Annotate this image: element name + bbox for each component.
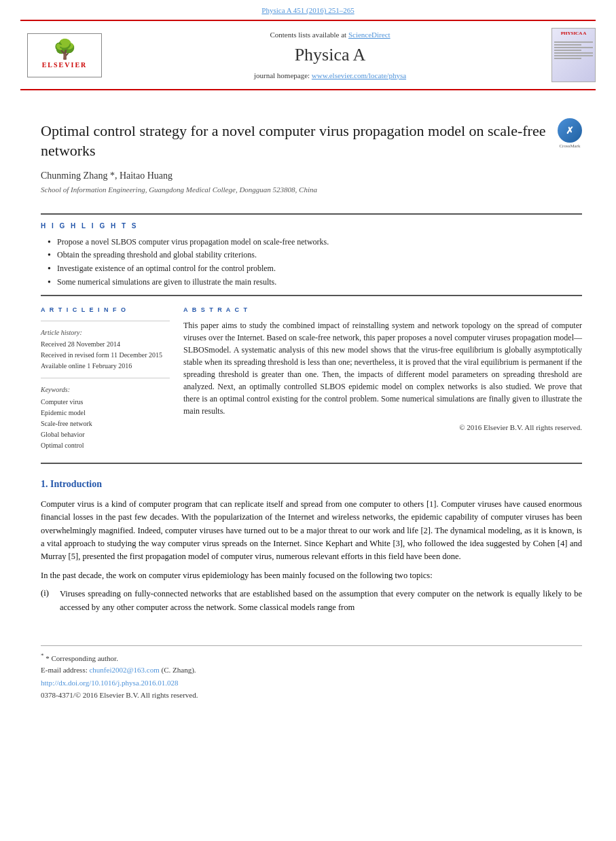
footer: * * Corresponding author. E-mail address… [41, 645, 582, 700]
journal-link[interactable]: Physica A 451 (2016) 251–265 [0, 0, 616, 20]
article-info-label: A R T I C L E I N F O [41, 306, 170, 315]
intro-paragraph-1: Computer virus is a kind of computer pro… [41, 498, 582, 564]
thumb-line-4 [554, 50, 581, 51]
intro-item-i: (i) Viruses spreading on fully-connected… [41, 588, 582, 614]
highlight-item-2: Obtain the spreading threshold and globa… [48, 249, 582, 261]
email-link[interactable]: chunfei2002@163.com [89, 666, 159, 674]
sciencedirect-link[interactable]: ScienceDirect [348, 31, 391, 39]
thumb-line-6 [554, 55, 593, 56]
highlight-item-3: Investigate existence of an optimal cont… [48, 263, 582, 274]
item-i-number: (i) [41, 588, 54, 614]
header-center: Contents lists available at ScienceDirec… [109, 30, 551, 81]
affiliation: School of Information Engineering, Guang… [41, 185, 551, 195]
journal-thumbnail: PHYSICA A [551, 28, 596, 82]
keyword-5: Optimal control [41, 441, 170, 450]
page: Physica A 451 (2016) 251–265 🌳 ELSEVIER … [0, 0, 616, 841]
doi-link[interactable]: http://dx.doi.org/10.1016/j.physa.2016.0… [41, 678, 582, 688]
elsevier-logo: 🌳 ELSEVIER [20, 33, 109, 77]
thumb-line-7 [554, 58, 581, 59]
intro-paragraph-2: In the past decade, the work on computer… [41, 569, 582, 582]
thumb-line-3 [554, 47, 593, 48]
history-item-1: Received 28 November 2014 [41, 340, 170, 349]
history-item-3: Available online 1 February 2016 [41, 361, 170, 371]
homepage-link[interactable]: www.elsevier.com/locate/physa [312, 71, 406, 79]
main-content: Optimal control strategy for a novel com… [0, 90, 616, 632]
keyword-2: Epidemic model [41, 408, 170, 418]
divider-after-highlights [41, 295, 582, 296]
keyword-4: Global behavior [41, 430, 170, 440]
highlights-label: H I G H L I G H T S [41, 221, 582, 231]
keyword-1: Computer virus [41, 397, 170, 407]
journal-homepage: journal homepage: www.elsevier.com/locat… [109, 71, 551, 81]
history-label: Article history: [41, 328, 170, 338]
contents-available: Contents lists available at ScienceDirec… [109, 30, 551, 40]
thumb-lines [554, 40, 593, 60]
intro-heading: 1. Introduction [41, 478, 582, 491]
highlights-list: Propose a novel SLBOS computer virus pro… [48, 236, 582, 288]
thumb-title: PHYSICA A [554, 31, 593, 37]
highlight-item-4: Some numerical simulations are given to … [48, 276, 582, 288]
logo-box: 🌳 ELSEVIER [27, 33, 102, 77]
highlights-section: H I G H L I G H T S Propose a novel SLBO… [41, 221, 582, 288]
article-title: Optimal control strategy for a novel com… [41, 122, 551, 160]
thumb-line-1 [554, 41, 593, 43]
thumb-line-2 [554, 44, 581, 46]
abstract-label: A B S T R A C T [183, 306, 582, 315]
two-column-section: A R T I C L E I N F O Article history: R… [41, 306, 582, 452]
history-item-2: Received in revised form 11 December 201… [41, 351, 170, 360]
keywords-label: Keywords: [41, 385, 170, 395]
footnote-email: E-mail address: chunfei2002@163.com (C. … [41, 665, 582, 675]
abstract-text: This paper aims to study the combined im… [183, 319, 582, 417]
crossmark-badge: ✗ CrossMark [558, 118, 582, 143]
divider-after-abstract [41, 463, 582, 464]
crossmark-icon: ✗ [558, 118, 582, 143]
keyword-3: Scale-free network [41, 419, 170, 429]
journal-link-text: Physica A 451 (2016) 251–265 [261, 6, 354, 14]
authors: Chunming Zhang *, Haitao Huang [41, 169, 551, 183]
footer-copyright: 0378-4371/© 2016 Elsevier B.V. All right… [41, 690, 582, 700]
article-info-col: A R T I C L E I N F O Article history: R… [41, 306, 170, 452]
elsevier-brand: ELSEVIER [42, 60, 88, 70]
highlight-item-1: Propose a novel SLBOS computer virus pro… [48, 236, 582, 248]
divider-keywords [41, 378, 170, 378]
item-i-text: Viruses spreading on fully-connected net… [60, 588, 582, 614]
author-names: Chunming Zhang *, Haitao Huang [41, 171, 173, 181]
abstract-copyright: © 2016 Elsevier B.V. All rights reserved… [183, 423, 582, 433]
divider-info [41, 321, 170, 321]
tree-icon: 🌳 [53, 40, 77, 59]
journal-header: 🌳 ELSEVIER Contents lists available at S… [20, 20, 596, 90]
thumb-line-5 [554, 52, 593, 54]
journal-name: Physica A [109, 43, 551, 67]
footnote-star: * * Corresponding author. [41, 651, 582, 664]
introduction-section: 1. Introduction Computer virus is a kind… [41, 478, 582, 614]
abstract-col: A B S T R A C T This paper aims to study… [183, 306, 582, 452]
keywords-section: Keywords: Computer virus Epidemic model … [41, 385, 170, 450]
divider-after-affiliation [41, 213, 582, 215]
